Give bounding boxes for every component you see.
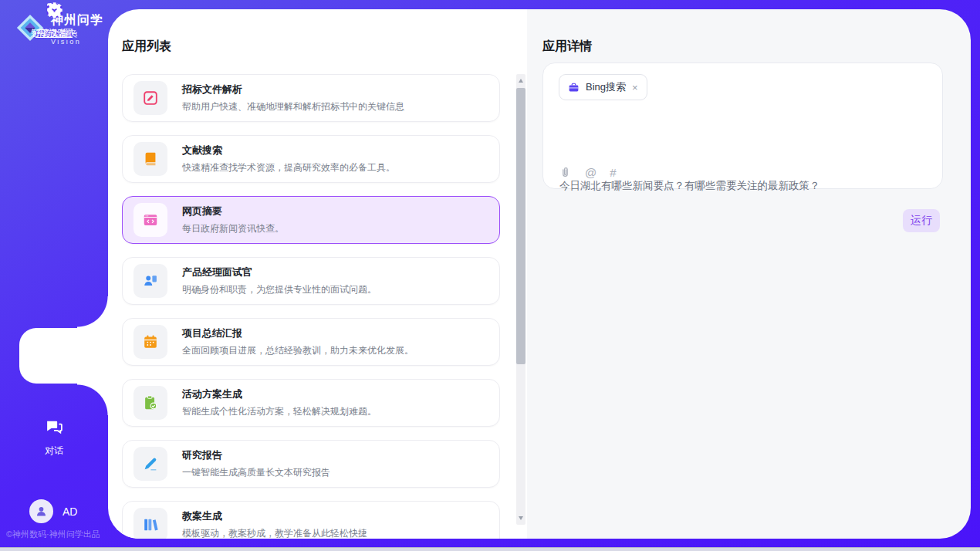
sidebar-item-gear[interactable]: 系统设置 — [0, 0, 108, 40]
clipboard-check-icon — [133, 386, 167, 420]
interview-icon — [133, 264, 167, 298]
app-card[interactable]: 招标文件解析 帮助用户快速、准确地理解和解析招标书中的关键信息 — [122, 74, 500, 122]
app-card[interactable]: 教案生成 模板驱动，教案秒成，教学准备从此轻松快捷 — [122, 501, 500, 539]
gear-icon — [45, 0, 64, 22]
app-card[interactable]: 活动方案生成 智能生成个性化活动方案，轻松解决规划难题。 — [122, 379, 500, 427]
bubble-fillet-top — [77, 296, 109, 328]
active-nav-bubble — [19, 328, 109, 384]
sidebar-item-chat[interactable]: 对话 — [0, 417, 108, 458]
books-icon — [133, 508, 167, 539]
app-window: 神州问学 Smart Vision 对话 智能文件夹 工具集 — [0, 0, 980, 551]
app-card[interactable]: 文献搜索 快速精准查找学术资源，提高研究效率的必备工具。 — [122, 135, 500, 183]
window-bottom-edge — [0, 547, 980, 551]
app-detail-title: 应用详情 — [542, 39, 592, 55]
book-icon — [133, 142, 167, 176]
list-scrollbar[interactable] — [516, 74, 525, 525]
run-button[interactable]: 运行 — [903, 209, 940, 232]
prompt-input[interactable]: 今日湖北有哪些新闻要点？有哪些需要关注的最新政策？ — [559, 179, 927, 193]
app-card[interactable]: 研究报告 一键智能生成高质量长文本研究报告 — [122, 440, 500, 488]
tag-close-icon[interactable]: × — [632, 83, 638, 93]
mention-icon[interactable]: @ — [585, 166, 596, 179]
hashtag-icon[interactable]: # — [610, 166, 616, 179]
report-icon — [133, 447, 167, 481]
app-card-list: 招标文件解析 帮助用户快速、准确地理解和解析招标书中的关键信息 文献搜索 快速精… — [122, 74, 500, 539]
content-area: 应用列表 招标文件解析 帮助用户快速、准确地理解和解析招标书中的关键信息 — [108, 9, 971, 539]
input-toolbar: @ # — [559, 166, 617, 179]
briefcase-icon — [568, 82, 580, 93]
scroll-down-icon[interactable] — [519, 516, 523, 520]
bing-search-tag[interactable]: Bing搜索 × — [559, 74, 647, 100]
app-card[interactable]: 网页摘要 每日政府新闻资讯快查。 — [122, 196, 500, 244]
calendar-icon — [133, 325, 167, 359]
chat-icon — [45, 417, 64, 440]
paperclip-icon[interactable] — [559, 166, 572, 179]
bubble-fillet-bottom — [77, 384, 109, 415]
app-list-panel: 应用列表 招标文件解析 帮助用户快速、准确地理解和解析招标书中的关键信息 — [108, 9, 527, 539]
app-detail-panel: 应用详情 Bing搜索 × 今日湖北有哪些新闻要点？有哪些需要关注的最新政策？ — [527, 9, 971, 539]
user-name: AD — [63, 505, 77, 518]
tag-label: Bing搜索 — [586, 80, 626, 94]
scroll-up-icon[interactable] — [519, 79, 523, 83]
user-avatar-icon — [29, 499, 53, 523]
app-card[interactable]: 项目总结汇报 全面回顾项目进展，总结经验教训，助力未来优化发展。 — [122, 318, 500, 366]
copyright-footer: ©神州数码·神州问学出品 — [6, 529, 108, 540]
prompt-card: Bing搜索 × 今日湖北有哪些新闻要点？有哪些需要关注的最新政策？ @ # — [542, 63, 943, 189]
doc-edit-icon — [133, 81, 167, 115]
sidebar: 神州问学 Smart Vision 对话 智能文件夹 工具集 — [0, 0, 108, 547]
app-list-title: 应用列表 — [122, 39, 171, 55]
app-card[interactable]: 产品经理面试官 明确身份和职责，为您提供专业性的面试问题。 — [122, 257, 500, 305]
browser-icon — [133, 203, 167, 237]
user-account[interactable]: AD — [29, 499, 77, 523]
scrollbar-thumb[interactable] — [516, 88, 525, 364]
